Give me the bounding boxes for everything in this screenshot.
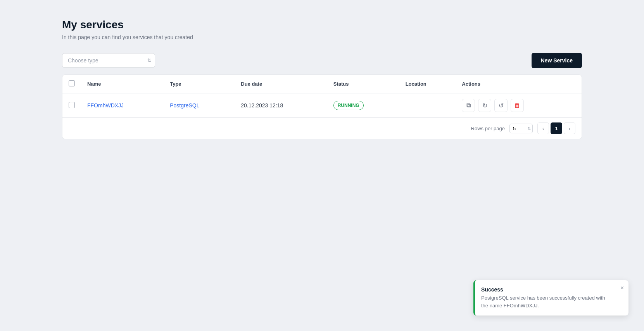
- page-subtitle: In this page you can find you services t…: [62, 34, 582, 40]
- actions-group: ⧉ ↻ ↺ 🗑: [462, 99, 575, 112]
- delete-icon: 🗑: [514, 102, 520, 109]
- table-footer: Rows per page 5 10 25 ‹ 1 ›: [62, 117, 582, 139]
- table-row: FFOmhWDXJJ PostgreSQL 20.12.2023 12:18 R…: [62, 93, 582, 118]
- toast-title: Success: [481, 286, 613, 293]
- row-due-date-cell: 20.12.2023 12:18: [235, 93, 327, 118]
- toolbar: Choose type PostgreSQL MySQL Redis ⇅ New…: [62, 53, 582, 68]
- refresh-icon: ↻: [482, 102, 487, 109]
- type-filter-wrapper: Choose type PostgreSQL MySQL Redis ⇅: [62, 53, 155, 68]
- col-header-name: Name: [81, 75, 164, 93]
- page-1-button[interactable]: 1: [551, 122, 562, 134]
- clone-icon: ⧉: [466, 102, 471, 109]
- type-filter-select[interactable]: Choose type PostgreSQL MySQL Redis: [62, 53, 155, 68]
- prev-page-button[interactable]: ‹: [537, 122, 549, 134]
- col-header-location: Location: [399, 75, 456, 93]
- prev-page-icon: ‹: [542, 126, 544, 131]
- main-content: My services In this page you can find yo…: [0, 0, 644, 158]
- refresh-button[interactable]: ↻: [478, 99, 491, 112]
- new-service-button[interactable]: New Service: [532, 53, 582, 68]
- toast-notification: Success PostgreSQL service has been succ…: [473, 280, 628, 315]
- row-location-cell: [399, 93, 456, 118]
- page-title: My services: [62, 19, 582, 31]
- row-checkbox[interactable]: [69, 102, 75, 108]
- col-header-due-date: Due date: [235, 75, 327, 93]
- row-status-cell: RUNNING: [327, 93, 399, 118]
- rows-per-page-wrapper: 5 10 25: [509, 124, 533, 133]
- row-checkbox-cell: [62, 93, 81, 118]
- next-page-icon: ›: [569, 126, 570, 131]
- restart-icon: ↺: [499, 102, 504, 109]
- col-header-type: Type: [164, 75, 235, 93]
- row-actions-cell: ⧉ ↻ ↺ 🗑: [456, 93, 582, 118]
- rows-per-page-label: Rows per page: [471, 126, 505, 131]
- row-type-cell: PostgreSQL: [164, 93, 235, 118]
- service-due-date: 20.12.2023 12:18: [241, 102, 283, 109]
- select-all-checkbox[interactable]: [69, 80, 75, 86]
- rows-per-page-select[interactable]: 5 10 25: [509, 124, 533, 133]
- row-name-cell: FFOmhWDXJJ: [81, 93, 164, 118]
- clone-button[interactable]: ⧉: [462, 99, 475, 112]
- service-type: PostgreSQL: [170, 102, 199, 109]
- service-name: FFOmhWDXJJ: [87, 102, 124, 109]
- page-1-label: 1: [555, 126, 558, 131]
- select-all-header: [62, 75, 81, 93]
- col-header-status: Status: [327, 75, 399, 93]
- pagination: ‹ 1 ›: [537, 122, 575, 134]
- restart-button[interactable]: ↺: [494, 99, 508, 112]
- col-header-actions: Actions: [456, 75, 582, 93]
- services-table-container: Name Type Due date Status Location Actio…: [62, 74, 582, 139]
- services-table: Name Type Due date Status Location Actio…: [62, 75, 582, 117]
- delete-button[interactable]: 🗑: [511, 99, 524, 112]
- toast-message: PostgreSQL service has been successfully…: [481, 294, 613, 309]
- toast-close-button[interactable]: ×: [620, 285, 624, 291]
- table-header-row: Name Type Due date Status Location Actio…: [62, 75, 582, 93]
- next-page-button[interactable]: ›: [564, 122, 575, 134]
- status-badge: RUNNING: [333, 101, 364, 110]
